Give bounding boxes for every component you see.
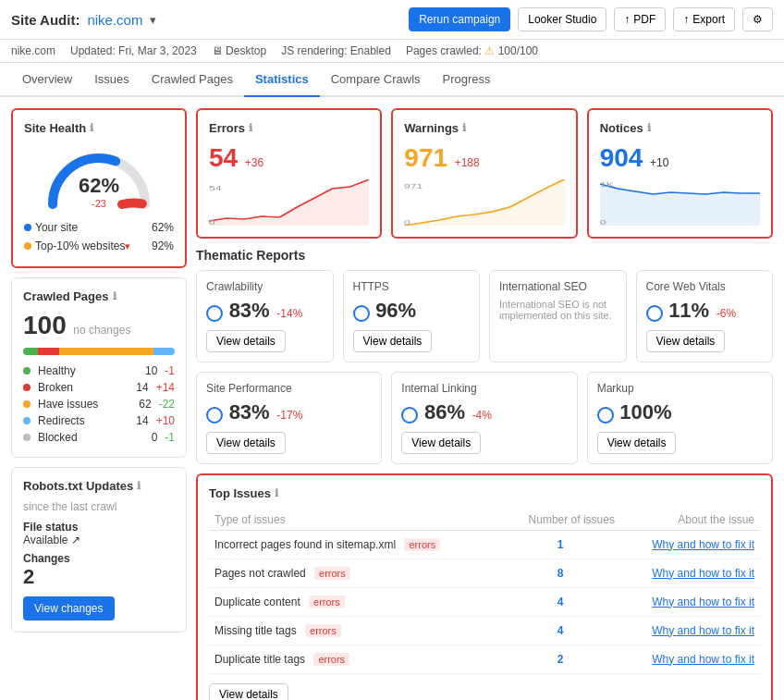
meta-pages: Pages crawled: ⚠ 100/100 — [406, 44, 538, 57]
issue-count[interactable]: 4 — [500, 587, 620, 616]
thematic-international-seo: International SEO International SEO is n… — [489, 270, 627, 362]
warnings-card: Warnings ℹ 971 +188 0 971 — [391, 108, 577, 239]
table-row: Incorrect pages found in sitemap.xml err… — [209, 530, 760, 559]
crawlability-value-row: 83% -14% — [206, 299, 324, 323]
core-web-vitals-details-button[interactable]: View details — [646, 330, 726, 352]
markup-details-button[interactable]: View details — [597, 432, 677, 454]
https-details-button[interactable]: View details — [353, 330, 433, 352]
thematic-reports-title: Thematic Reports — [196, 248, 773, 263]
stat-healthy: Healthy 10 -1 — [23, 362, 175, 379]
crawlability-title: Crawlability — [206, 280, 324, 293]
issue-fix-link[interactable]: Why and how to fix it — [620, 559, 760, 587]
thematic-https: HTTPS 96% View details — [343, 270, 481, 362]
issue-count[interactable]: 1 — [500, 530, 620, 559]
tab-issues[interactable]: Issues — [83, 63, 141, 97]
https-value-row: 96% — [353, 299, 471, 323]
broken-dot — [23, 384, 31, 391]
issue-count[interactable]: 4 — [500, 616, 620, 645]
top10-dropdown-icon[interactable]: ▾ — [125, 240, 130, 252]
warnings-chart: 0 971 — [404, 179, 564, 226]
issue-label: Pages not crawled errors — [209, 559, 500, 587]
settings-button[interactable]: ⚙ — [742, 7, 773, 31]
errors-chart: 0 54 — [209, 179, 369, 226]
issue-label: Duplicate content errors — [209, 587, 500, 616]
crawled-pages-title: Crawled Pages ℹ — [23, 289, 175, 303]
internal-linking-percent: 86% — [424, 400, 465, 424]
table-row: Duplicate content errors 4 Why and how t… — [209, 587, 760, 616]
warnings-value: 971 — [404, 143, 447, 172]
svg-marker-6 — [600, 184, 760, 226]
tab-crawled-pages[interactable]: Crawled Pages — [141, 63, 244, 97]
errors-info-icon[interactable]: ℹ — [249, 122, 252, 134]
meta-js: JS rendering: Enabled — [281, 44, 391, 57]
error-badge: errors — [314, 567, 350, 580]
issue-count[interactable]: 2 — [500, 645, 620, 673]
col-count: Number of issues — [500, 510, 620, 531]
site-performance-value-row: 83% -17% — [206, 400, 372, 424]
https-circle — [353, 305, 370, 322]
issue-fix-link[interactable]: Why and how to fix it — [620, 645, 760, 673]
international-seo-not-implemented: International SEO is not implemented on … — [499, 299, 617, 321]
external-link-icon[interactable]: ↗ — [71, 534, 80, 546]
issues-table: Type of issues Number of issues About th… — [209, 510, 760, 674]
internal-linking-details-button[interactable]: View details — [401, 432, 481, 454]
warning-icon: ⚠ — [484, 44, 495, 57]
robots-meta: since the last crawl — [23, 500, 175, 513]
markup-percent: 100% — [619, 400, 671, 424]
errors-card: Errors ℹ 54 +36 0 54 — [196, 108, 382, 239]
crawled-count-row: 100 no changes — [23, 311, 175, 340]
notices-info-icon[interactable]: ℹ — [647, 122, 651, 134]
top-issues-title: Top Issues ℹ — [209, 486, 760, 500]
issue-fix-link[interactable]: Why and how to fix it — [620, 587, 760, 616]
svg-marker-0 — [209, 179, 369, 226]
tab-overview[interactable]: Overview — [11, 63, 83, 97]
site-link[interactable]: nike.com — [87, 12, 142, 28]
issue-label: Incorrect pages found in sitemap.xml err… — [209, 530, 500, 559]
site-performance-details-button[interactable]: View details — [206, 432, 286, 454]
svg-text:0: 0 — [404, 218, 410, 225]
notices-card: Notices ℹ 904 +10 1K 0 — [587, 108, 773, 239]
errors-chart-svg: 0 54 — [209, 179, 369, 226]
nav-tabs: Overview Issues Crawled Pages Statistics… — [0, 63, 784, 97]
looker-studio-button[interactable]: Looker Studio — [518, 7, 606, 31]
warnings-title: Warnings ℹ — [404, 121, 564, 135]
warnings-info-icon[interactable]: ℹ — [462, 122, 466, 134]
header-right: Rerun campaign Looker Studio ↑ PDF ↑ Exp… — [409, 7, 773, 31]
issue-fix-link[interactable]: Why and how to fix it — [620, 616, 760, 645]
notices-value-row: 904 +10 — [600, 142, 760, 174]
tab-statistics[interactable]: Statistics — [244, 63, 320, 97]
dropdown-icon[interactable]: ▾ — [150, 13, 156, 27]
export-button[interactable]: ↑ Export — [673, 7, 735, 31]
pb-issues — [59, 348, 153, 355]
site-health-info-icon[interactable]: ℹ — [90, 122, 93, 134]
gauge-change: -23 — [79, 198, 119, 209]
issue-count[interactable]: 8 — [500, 559, 620, 587]
header: Site Audit: nike.com ▾ Rerun campaign Lo… — [0, 0, 784, 40]
core-web-vitals-circle — [646, 305, 663, 322]
stat-redirects: Redirects 14 +10 — [23, 412, 175, 429]
internal-linking-circle — [401, 407, 418, 424]
thematic-internal-linking: Internal Linking 86% -4% View details — [391, 372, 577, 464]
robots-info-icon[interactable]: ℹ — [137, 480, 141, 492]
top-issues-view-details-button[interactable]: View details — [209, 683, 288, 700]
crawled-pages-info-icon[interactable]: ℹ — [113, 290, 116, 302]
view-changes-button[interactable]: View changes — [23, 596, 115, 620]
top-issues-info-icon[interactable]: ℹ — [275, 487, 278, 499]
site-performance-percent: 83% — [229, 400, 270, 424]
notices-value: 904 — [600, 143, 643, 172]
file-available: Available ↗ — [23, 534, 175, 546]
errors-value: 54 — [209, 143, 238, 172]
issue-fix-link[interactable]: Why and how to fix it — [620, 530, 760, 559]
crawled-sub: no changes — [73, 324, 130, 337]
pdf-button[interactable]: ↑ PDF — [614, 7, 666, 31]
meta-updated: Updated: Fri, Mar 3, 2023 — [70, 44, 197, 57]
tab-progress[interactable]: Progress — [432, 63, 502, 97]
issues-dot — [23, 400, 31, 408]
file-status-label: File status — [23, 521, 175, 534]
rerun-campaign-button[interactable]: Rerun campaign — [409, 7, 510, 31]
pb-redirects — [153, 348, 175, 355]
legend-top10[interactable]: Top-10% websites ▾ 92% — [24, 237, 174, 255]
crawlability-details-button[interactable]: View details — [206, 330, 286, 352]
meta-site: nike.com — [11, 44, 55, 57]
tab-compare-crawls[interactable]: Compare Crawls — [320, 63, 432, 97]
